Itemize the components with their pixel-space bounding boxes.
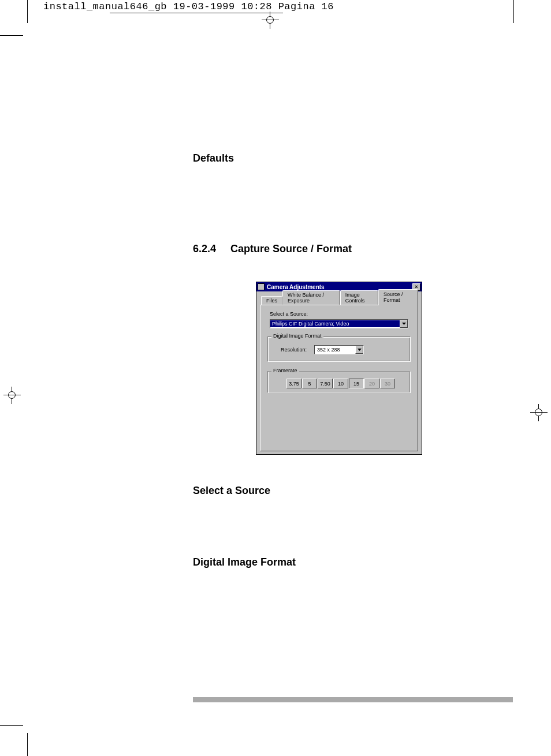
system-menu-icon[interactable] xyxy=(258,283,265,290)
dropdown-arrow-button[interactable] xyxy=(400,320,408,328)
registration-mark-icon xyxy=(530,404,548,421)
heading-defaults: Defaults xyxy=(193,152,234,164)
crop-mark xyxy=(513,0,514,23)
framerate-button-10[interactable]: 10 xyxy=(333,379,348,388)
crop-header-text: install_manual646_gb 19-03-1999 10:28 Pa… xyxy=(43,1,334,12)
tab-source-format[interactable]: Source / Format xyxy=(378,289,418,305)
section-title: Capture Source / Format xyxy=(230,243,352,255)
svg-marker-1 xyxy=(358,349,362,351)
section-number: 6.2.4 xyxy=(193,243,228,255)
resolution-label: Resolution: xyxy=(274,347,314,353)
group-framerate: Framerate 3.75 5 7.50 10 15 20 30 xyxy=(267,371,411,393)
crop-mark xyxy=(27,733,28,756)
group-legend-framerate: Framerate xyxy=(271,368,299,373)
chevron-down-icon xyxy=(358,349,362,351)
crop-mark xyxy=(27,0,28,23)
svg-marker-0 xyxy=(402,323,406,325)
camera-adjustments-dialog: Camera Adjustments × Files White Balance… xyxy=(256,282,422,455)
close-icon: × xyxy=(415,284,418,290)
framerate-button-3-75[interactable]: 3.75 xyxy=(286,379,301,388)
resolution-dropdown[interactable]: 352 x 288 xyxy=(314,345,364,354)
source-dropdown-value: Philips CIF Digital Camera; Video xyxy=(270,320,400,327)
page-footer-divider xyxy=(193,697,513,702)
resolution-dropdown-value: 352 x 288 xyxy=(315,346,355,353)
chevron-down-icon xyxy=(402,323,406,325)
framerate-button-20: 20 xyxy=(364,379,379,388)
registration-mark-icon xyxy=(3,387,21,404)
source-dropdown[interactable]: Philips CIF Digital Camera; Video xyxy=(270,319,408,328)
crop-mark xyxy=(110,13,283,13)
tab-white-balance-exposure[interactable]: White Balance / Exposure xyxy=(282,290,340,305)
dialog-client-area: Files White Balance / Exposure Image Con… xyxy=(256,291,422,455)
framerate-button-5[interactable]: 5 xyxy=(302,379,317,388)
framerate-button-30: 30 xyxy=(380,379,395,388)
framerate-button-7-50[interactable]: 7.50 xyxy=(318,379,333,388)
tab-files[interactable]: Files xyxy=(261,296,282,305)
tab-panel-source-format: Select a Source: Philips CIF Digital Cam… xyxy=(260,305,418,451)
heading-select-a-source: Select a Source xyxy=(193,485,270,497)
registration-mark-icon xyxy=(262,12,279,29)
crop-mark xyxy=(0,35,23,36)
framerate-button-15[interactable]: 15 xyxy=(349,379,364,388)
heading-section: 6.2.4 Capture Source / Format xyxy=(193,243,352,255)
group-legend-dif: Digital Image Format xyxy=(271,333,323,339)
crop-mark xyxy=(0,725,23,726)
select-a-source-label: Select a Source: xyxy=(270,311,412,317)
tab-strip: Files White Balance / Exposure Image Con… xyxy=(261,294,418,305)
heading-digital-image-format: Digital Image Format xyxy=(193,556,296,568)
tab-image-controls[interactable]: Image Controls xyxy=(340,290,378,305)
dropdown-arrow-button[interactable] xyxy=(355,346,363,354)
framerate-buttons: 3.75 5 7.50 10 15 20 30 xyxy=(286,379,404,388)
group-digital-image-format: Digital Image Format Resolution: 352 x 2… xyxy=(267,336,411,362)
